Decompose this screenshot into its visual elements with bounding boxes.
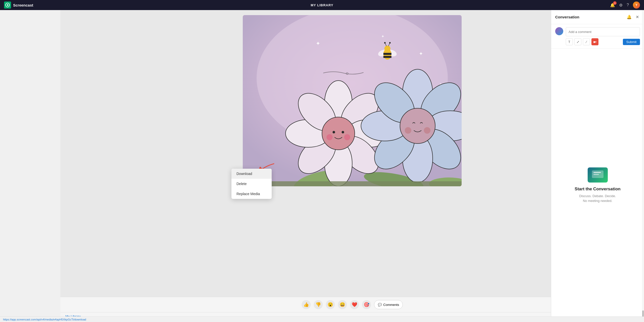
context-menu-item-delete[interactable]: Delete: [231, 179, 272, 189]
conversation-close-button[interactable]: ✕: [635, 14, 640, 20]
conversation-scrollbar[interactable]: [642, 10, 644, 322]
comment-input-area: T ⤢ ∕ ■▾ Submit: [551, 24, 644, 49]
thumbs-up-button[interactable]: 👍: [302, 300, 311, 309]
help-button[interactable]: ?: [627, 3, 629, 7]
line-tool-button[interactable]: ∕: [583, 38, 590, 45]
conversation-title: Conversation: [555, 15, 579, 19]
notifications-toggle-button[interactable]: 🔔: [626, 14, 633, 20]
conversation-cta-subtitle: Discuss. Debate. Decide. No meeting need…: [579, 194, 616, 203]
haha-button[interactable]: 😄: [338, 300, 347, 309]
notifications-button[interactable]: 🔔 1: [610, 3, 615, 8]
svg-rect-56: [593, 172, 601, 173]
submit-comment-button[interactable]: Submit: [623, 39, 640, 45]
svg-point-42: [344, 134, 350, 140]
chat-illustration-icon: [591, 170, 604, 180]
status-url[interactable]: https://app.screencast.com/api/v4/media/…: [3, 318, 86, 321]
svg-rect-54: [243, 181, 462, 186]
logo-text: Screencast: [13, 3, 33, 7]
svg-rect-18: [383, 56, 391, 58]
logo[interactable]: Screencast: [4, 2, 33, 9]
comment-input-wrapper: T ⤢ ∕ ■▾ Submit: [566, 27, 640, 45]
svg-marker-1: [7, 4, 9, 6]
comment-tools: T ⤢ ∕ ■▾ Submit: [566, 38, 640, 45]
header-actions: 🔔 1 ⚙ ? Y: [610, 2, 640, 9]
conversation-illustration: [588, 167, 608, 183]
conversation-panel: Conversation 🔔 ✕ T ⤢ ∕ ■▾ Submit: [551, 10, 644, 322]
conversation-cta-title: Start the Conversation: [575, 187, 620, 192]
svg-text:✦: ✦: [419, 51, 423, 56]
svg-point-19: [384, 46, 390, 52]
context-menu-item-download[interactable]: Download: [231, 169, 272, 179]
app-header: Screencast MY LIBRARY 🔔 1 ⚙ ? Y: [0, 0, 644, 10]
svg-point-52: [405, 127, 411, 134]
thumbs-down-button[interactable]: 👎: [314, 300, 323, 309]
wow-button[interactable]: 😮: [326, 300, 335, 309]
commenter-avatar: [555, 27, 563, 35]
comments-button[interactable]: 💬 Comments: [374, 300, 403, 309]
image-container: ✦ ✦ ✦ ✦ ✦ ✦ ✦ ✦ ✦ ✦: [239, 15, 465, 186]
logo-icon: [4, 2, 11, 9]
text-tool-button[interactable]: T: [566, 38, 573, 45]
comments-label: Comments: [383, 303, 399, 307]
conversation-header-actions: 🔔 ✕: [626, 14, 640, 20]
context-menu: Download Delete Replace Media: [231, 169, 272, 199]
context-menu-item-replace-media[interactable]: Replace Media: [231, 189, 272, 199]
user-avatar[interactable]: Y: [633, 2, 640, 9]
svg-point-38: [322, 117, 355, 150]
status-bar: https://app.screencast.com/api/v4/media/…: [0, 316, 644, 322]
left-sidebar: [0, 10, 60, 322]
color-picker-button[interactable]: ■▾: [591, 38, 598, 45]
svg-point-51: [400, 108, 435, 144]
media-image: ✦ ✦ ✦ ✦ ✦ ✦ ✦ ✦ ✦ ✦: [243, 15, 462, 186]
svg-point-41: [327, 134, 333, 140]
settings-button[interactable]: ⚙: [619, 3, 623, 8]
cursor-tool-button[interactable]: ⤢: [574, 38, 581, 45]
svg-text:✦: ✦: [316, 40, 320, 47]
notification-badge: 1: [613, 1, 617, 5]
flower-svg: ✦ ✦ ✦ ✦ ✦ ✦ ✦ ✦ ✦ ✦: [243, 15, 462, 186]
svg-point-23: [389, 42, 391, 44]
comment-input[interactable]: [566, 27, 640, 36]
svg-text:✦: ✦: [381, 34, 384, 39]
svg-rect-17: [383, 53, 391, 55]
svg-point-22: [384, 42, 386, 44]
svg-point-53: [424, 127, 430, 134]
heart-button[interactable]: ❤️: [350, 300, 359, 309]
svg-point-39: [333, 131, 335, 133]
svg-point-40: [342, 131, 344, 133]
conversation-header: Conversation 🔔 ✕: [551, 10, 644, 24]
svg-rect-57: [593, 174, 599, 175]
other-reaction-button[interactable]: 🎯: [362, 300, 371, 309]
page-title: MY LIBRARY: [311, 3, 333, 7]
conversation-body: Start the Conversation Discuss. Debate. …: [551, 49, 644, 322]
